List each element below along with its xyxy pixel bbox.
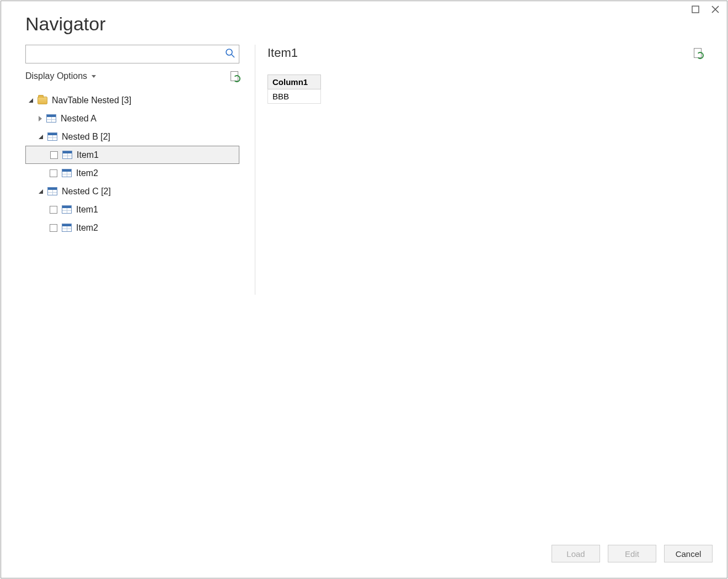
display-options-label: Display Options bbox=[25, 71, 87, 81]
tree-node-nested-c[interactable]: Nested C [2] bbox=[25, 182, 239, 200]
svg-line-2 bbox=[232, 55, 234, 57]
tree-node-nested-b[interactable]: Nested B [2] bbox=[25, 128, 239, 146]
refresh-preview-icon[interactable] bbox=[694, 48, 703, 58]
table-icon bbox=[62, 224, 72, 232]
tree-node-label: NavTable Nested [3] bbox=[52, 95, 131, 105]
collapse-icon[interactable] bbox=[29, 98, 33, 103]
navigator-dialog: Navigator Display Options bbox=[1, 1, 727, 578]
tree-node-label: Nested C [2] bbox=[62, 187, 111, 196]
tree-item-label: Item1 bbox=[77, 150, 99, 160]
collapse-icon[interactable] bbox=[39, 189, 43, 194]
table-cell: BBB bbox=[268, 89, 321, 104]
tree-item-nested-c-0[interactable]: Item1 bbox=[25, 200, 239, 219]
dialog-footer: Load Edit Cancel bbox=[1, 545, 727, 578]
table-icon bbox=[62, 151, 72, 159]
tree-item-nested-b-0[interactable]: Item1 bbox=[25, 146, 239, 164]
chevron-down-icon bbox=[92, 75, 96, 78]
svg-rect-0 bbox=[692, 6, 699, 13]
table-row[interactable]: BBB bbox=[268, 89, 321, 104]
display-options-dropdown[interactable]: Display Options bbox=[25, 71, 96, 81]
svg-point-1 bbox=[226, 49, 232, 55]
column-header[interactable]: Column1 bbox=[268, 75, 321, 89]
load-button[interactable]: Load bbox=[552, 545, 600, 562]
checkbox[interactable] bbox=[50, 224, 57, 232]
tree-item-label: Item1 bbox=[76, 205, 98, 215]
table-icon bbox=[62, 169, 72, 177]
navigator-left-pane: Display Options NavTable Nested [3] Nest… bbox=[25, 45, 255, 295]
table-icon bbox=[47, 187, 57, 195]
maximize-icon[interactable] bbox=[692, 6, 699, 15]
collapse-icon[interactable] bbox=[39, 135, 43, 139]
table-icon bbox=[62, 205, 72, 214]
checkbox[interactable] bbox=[50, 169, 57, 177]
tree-item-nested-c-1[interactable]: Item2 bbox=[25, 219, 239, 237]
preview-table: Column1 BBB bbox=[267, 75, 321, 104]
folder-icon bbox=[38, 97, 47, 104]
preview-title: Item1 bbox=[267, 46, 298, 60]
refresh-icon[interactable] bbox=[231, 71, 239, 81]
tree-node-label: Nested B [2] bbox=[62, 132, 110, 142]
tree-node-label: Nested A bbox=[61, 114, 97, 124]
search-icon[interactable] bbox=[225, 48, 235, 61]
preview-pane: Item1 Column1 BBB bbox=[255, 45, 703, 295]
tree-item-label: Item2 bbox=[76, 168, 98, 178]
tree-node-nested-a[interactable]: Nested A bbox=[25, 109, 239, 128]
cancel-button[interactable]: Cancel bbox=[664, 545, 713, 562]
table-icon bbox=[46, 114, 56, 123]
tree-item-label: Item2 bbox=[76, 223, 98, 233]
close-icon[interactable] bbox=[711, 6, 719, 15]
window-controls bbox=[684, 1, 727, 20]
checkbox[interactable] bbox=[50, 151, 58, 159]
edit-button[interactable]: Edit bbox=[608, 545, 656, 562]
table-icon bbox=[47, 132, 57, 141]
expand-icon[interactable] bbox=[39, 116, 42, 121]
navigator-tree: NavTable Nested [3] Nested A Nested B [2… bbox=[25, 91, 239, 237]
dialog-title: Navigator bbox=[1, 1, 727, 45]
search-input[interactable] bbox=[25, 45, 239, 63]
tree-item-nested-b-1[interactable]: Item2 bbox=[25, 164, 239, 182]
checkbox[interactable] bbox=[50, 206, 57, 214]
tree-node-root[interactable]: NavTable Nested [3] bbox=[25, 91, 239, 109]
